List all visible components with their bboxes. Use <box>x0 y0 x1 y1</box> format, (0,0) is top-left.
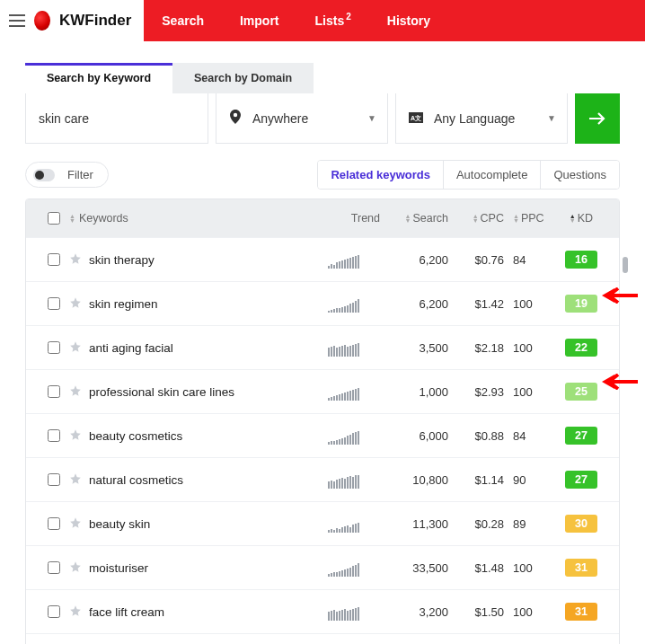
language-value: Any Language <box>434 111 515 126</box>
ppc-cell: 100 <box>504 605 556 619</box>
keyword-cell[interactable]: natural cosmetics <box>89 473 328 487</box>
star-icon[interactable] <box>69 604 89 620</box>
keyword-input[interactable] <box>39 111 195 126</box>
trend-sparkline <box>328 603 380 621</box>
keyword-cell[interactable]: skin therapy <box>89 253 328 267</box>
th-search[interactable]: ▲▼ Search <box>380 212 448 225</box>
ppc-cell: 84 <box>504 253 556 267</box>
keyword-cell[interactable]: skin regimen <box>89 297 328 311</box>
th-kd[interactable]: ▲▼ KD <box>556 212 606 225</box>
results-table: ▲▼ Keywords Trend ▲▼ Search ▲▼ CPC ▲▼ PP… <box>25 198 620 644</box>
row-select <box>39 429 69 442</box>
trend-sparkline <box>328 559 380 577</box>
th-cpc[interactable]: ▲▼ CPC <box>448 212 504 225</box>
tab-search-by-domain[interactable]: Search by Domain <box>172 63 314 93</box>
ppc-cell: 100 <box>504 561 556 575</box>
cpc-cell: $1.48 <box>448 561 504 575</box>
search-volume-cell: 10,800 <box>380 473 448 487</box>
keyword-cell[interactable]: beauty skin <box>89 517 328 531</box>
kd-cell: 16 <box>556 251 606 269</box>
tab-questions[interactable]: Questions <box>540 161 619 189</box>
nav-lists[interactable]: Lists 2 <box>297 0 369 41</box>
svg-text:A文: A文 <box>411 114 421 122</box>
row-checkbox[interactable] <box>48 561 60 574</box>
kd-badge: 31 <box>565 559 597 577</box>
brand-name: KWFinder <box>59 12 131 30</box>
topbar: KWFinder Search Import Lists 2 History <box>0 0 645 41</box>
search-box <box>25 93 208 144</box>
th-ppc[interactable]: ▲▼ PPC <box>504 212 556 225</box>
topbar-left: KWFinder <box>0 0 144 41</box>
location-dropdown[interactable]: Anywhere ▼ <box>216 93 388 144</box>
row-checkbox[interactable] <box>48 385 60 398</box>
row-select <box>39 473 69 486</box>
star-icon[interactable] <box>69 296 89 312</box>
annotation-arrow <box>602 374 638 390</box>
search-volume-cell: 6,000 <box>380 429 448 443</box>
keyword-cell[interactable]: professional skin care lines <box>89 385 328 399</box>
cpc-cell: $2.18 <box>448 341 504 355</box>
trend-sparkline <box>328 383 380 401</box>
row-select <box>39 253 69 266</box>
row-checkbox[interactable] <box>48 297 60 310</box>
keyword-cell[interactable]: moisturiser <box>89 561 328 575</box>
search-mode-tabs: Search by Keyword Search by Domain <box>25 63 620 93</box>
tab-autocomplete[interactable]: Autocomplete <box>443 161 541 189</box>
row-select <box>39 341 69 354</box>
search-row: Anywhere ▼ A文 Any Language ▼ <box>25 93 620 144</box>
row-checkbox[interactable] <box>48 429 60 442</box>
table-row: japanese skin care products1,700$1.62100… <box>26 633 619 644</box>
search-volume-cell: 33,500 <box>380 561 448 575</box>
language-icon: A文 <box>409 111 423 126</box>
th-select-all <box>39 212 69 225</box>
filter-toggle[interactable]: Filter <box>25 162 109 188</box>
row-checkbox[interactable] <box>48 253 60 266</box>
tab-search-by-keyword[interactable]: Search by Keyword <box>25 63 172 93</box>
trend-sparkline <box>328 427 380 445</box>
keyword-cell[interactable]: beauty cosmetics <box>89 429 328 443</box>
row-checkbox[interactable] <box>48 517 60 530</box>
menu-icon[interactable] <box>9 14 25 27</box>
star-icon[interactable] <box>69 560 89 576</box>
filter-row: Filter Related keywords Autocomplete Que… <box>0 154 645 198</box>
keyword-cell[interactable]: face lift cream <box>89 605 328 619</box>
table-row: professional skin care lines1,000$2.9310… <box>26 369 619 413</box>
nav-lists-badge: 2 <box>346 12 351 22</box>
star-icon[interactable] <box>69 252 89 268</box>
search-button[interactable] <box>575 93 620 144</box>
kd-badge: 27 <box>565 427 597 445</box>
search-volume-cell: 3,200 <box>380 605 448 619</box>
table-header: ▲▼ Keywords Trend ▲▼ Search ▲▼ CPC ▲▼ PP… <box>26 199 619 237</box>
row-select <box>39 605 69 618</box>
nav-history[interactable]: History <box>369 0 448 41</box>
nav-search[interactable]: Search <box>144 0 222 41</box>
star-icon[interactable] <box>69 384 89 400</box>
star-icon[interactable] <box>69 340 89 356</box>
row-select <box>39 385 69 398</box>
table-row: skin therapy6,200$0.768416 <box>26 237 619 281</box>
star-icon[interactable] <box>69 428 89 444</box>
tab-related-keywords[interactable]: Related keywords <box>318 161 443 189</box>
keyword-cell[interactable]: anti aging facial <box>89 341 328 355</box>
row-checkbox[interactable] <box>48 473 60 486</box>
sort-icon: ▲▼ <box>69 214 75 223</box>
table-row: moisturiser33,500$1.4810031 <box>26 545 619 589</box>
table-row: skin regimen6,200$1.4210019 <box>26 281 619 325</box>
star-icon[interactable] <box>69 472 89 488</box>
kd-badge: 25 <box>565 383 597 401</box>
language-dropdown[interactable]: A文 Any Language ▼ <box>395 93 568 144</box>
toggle-switch <box>33 169 55 181</box>
search-area: Search by Keyword Search by Domain Anywh… <box>0 41 645 154</box>
search-volume-cell: 6,200 <box>380 253 448 267</box>
trend-sparkline <box>328 515 380 533</box>
select-all-checkbox[interactable] <box>48 212 60 225</box>
th-trend[interactable]: Trend <box>328 212 380 225</box>
scrollbar[interactable] <box>623 257 628 273</box>
row-checkbox[interactable] <box>48 605 60 618</box>
th-keywords[interactable]: ▲▼ Keywords <box>69 212 328 225</box>
nav-import[interactable]: Import <box>222 0 297 41</box>
arrow-right-icon <box>589 112 605 125</box>
star-icon[interactable] <box>69 516 89 532</box>
kd-cell: 27 <box>556 427 606 445</box>
row-checkbox[interactable] <box>48 341 60 354</box>
